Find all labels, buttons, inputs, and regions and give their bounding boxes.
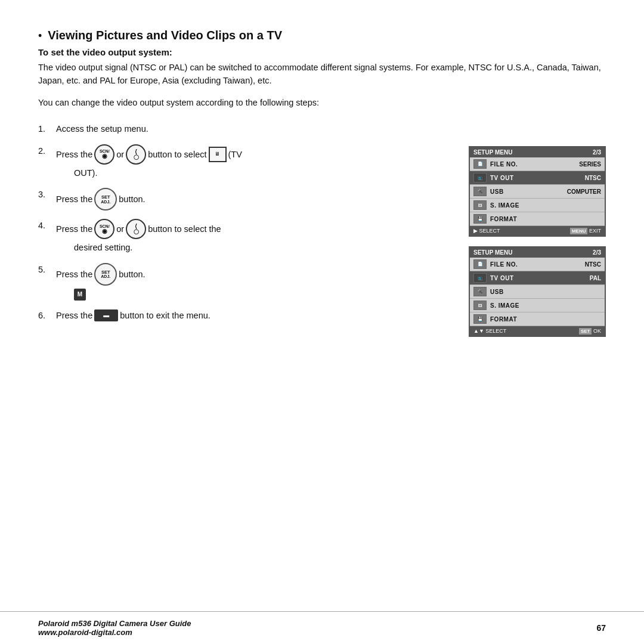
step-3: 3. Press the SET ADJ. button. [38, 188, 457, 210]
step-6-content: Press the ▬ button to exit the menu. [56, 309, 457, 322]
screen-2-format-label: FORMAT [490, 316, 601, 323]
set-adj-button-icon-2: SET ADJ. [94, 263, 117, 286]
step-1-text: Access the setup menu. [56, 122, 148, 135]
screen-1-format-label: FORMAT [490, 216, 601, 222]
screen-2-row-tvout: 📺 TV OUT PAL [470, 271, 605, 285]
menu-wide-button-icon: ▬ [94, 309, 118, 321]
page-footer: Polaroid m536 Digital Camera User Guide … [0, 611, 644, 644]
screen-2-format-icon: 💾 [473, 314, 487, 324]
screen-2-header-page: 2/3 [593, 249, 601, 256]
step-5-num: 5. [38, 263, 56, 276]
step-6-num: 6. [38, 309, 56, 322]
body-text-1: The video output signal (NTSC or PAL) ca… [38, 61, 606, 88]
step-4-content: Press the SCN/ ◉ or ⟨ ◯ butt [56, 219, 457, 254]
screen-1-tvout-value: NTSC [585, 175, 601, 181]
steps-container: 1. Access the setup menu. 2. Press the S… [38, 122, 606, 337]
screen-2-tvout-label: TV OUT [490, 275, 590, 281]
scn-button-icon-2: SCN/ ◉ [94, 219, 114, 239]
screen-2-footer: ▲▼ SELECT SET OK [470, 326, 605, 336]
step-4-setting: desired setting. [56, 241, 457, 254]
footer-brand-block: Polaroid m536 Digital Camera User Guide … [38, 619, 191, 637]
screen-2-fileno-value: NTSC [585, 261, 601, 268]
step-4: 4. Press the SCN/ ◉ or ⟨ ◯ [38, 219, 457, 254]
screen-1-fileno-icon: 📄 [473, 159, 487, 169]
step-2-out: OUT). [56, 166, 457, 179]
scn-button-icon: SCN/ ◉ [94, 144, 114, 165]
screen-2-simage-icon: 🖼 [473, 301, 487, 310]
screen-2-usb-icon: 🔌 [473, 287, 487, 296]
screen-2-fileno-icon: 📄 [473, 259, 487, 269]
screen-1-format-icon: 💾 [473, 214, 487, 224]
screen-1-exit-label: MENU EXIT [570, 228, 601, 234]
screen-1-tvout-label: TV OUT [490, 175, 585, 181]
screen-1-usb-icon: 🔌 [473, 187, 487, 196]
step-4-or: or [116, 222, 124, 236]
step-1-content: Access the setup menu. [56, 122, 457, 135]
screen-2-header: SETUP MENU 2/3 [470, 247, 605, 258]
screen-1-row-format: 💾 FORMAT [470, 212, 605, 226]
step-6-exit: button to exit the menu. [120, 309, 210, 322]
step-2-press: Press the [56, 148, 92, 161]
subtitle: To set the video output system: [38, 47, 606, 57]
step-2-tvout: (TV [228, 148, 242, 161]
tv-out-icon: 🖥 [209, 147, 227, 162]
step-5: 5. Press the SET ADJ. button. M [38, 263, 457, 301]
screens-column: SETUP MENU 2/3 📄 FILE NO. SERIES 📺 TV OU… [469, 146, 606, 337]
screen-mock-2: SETUP MENU 2/3 📄 FILE NO. NTSC 📺 TV OUT … [469, 246, 606, 337]
title-section: • Viewing Pictures and Video Clips on a … [38, 29, 606, 42]
step-2: 2. Press the SCN/ ◉ or ⟨ [38, 144, 457, 179]
screen-1-usb-label: USB [490, 188, 567, 195]
screen-1-simage-icon: 🖼 [473, 200, 487, 210]
screen-2-row-format: 💾 FORMAT [470, 312, 605, 326]
step-5-button: button. [119, 268, 145, 281]
step-3-num: 3. [38, 188, 56, 201]
screen-1-row-tvout: 📺 TV OUT NTSC [470, 171, 605, 185]
step-4-num: 4. [38, 219, 56, 232]
step-3-button: button. [119, 193, 145, 206]
screen-1-row-simage: 🖼 S. IMAGE [470, 199, 605, 212]
screen-1-header-page: 2/3 [593, 149, 601, 156]
screen-1-simage-label: S. IMAGE [490, 202, 601, 209]
screen-1-tvout-icon: 📺 [473, 173, 487, 182]
screen-1-usb-value: COMPUTER [567, 188, 601, 195]
screen-2-row-simage: 🖼 S. IMAGE [470, 299, 605, 312]
screen-2-fileno-label: FILE NO. [490, 261, 585, 268]
screen-2-ok-label: SET OK [579, 328, 601, 334]
screen-1-row-usb: 🔌 USB COMPUTER [470, 185, 605, 199]
step-3-content: Press the SET ADJ. button. [56, 188, 457, 210]
m-indicator-icon: M [74, 289, 86, 301]
screen-1-fileno-value: SERIES [579, 161, 601, 168]
step-1: 1. Access the setup menu. [38, 122, 457, 135]
screen-1-header: SETUP MENU 2/3 [470, 147, 605, 157]
step-2-or: or [116, 148, 124, 161]
page-content: • Viewing Pictures and Video Clips on a … [0, 0, 644, 337]
step-2-num: 2. [38, 144, 56, 157]
screen-1-header-title: SETUP MENU [473, 149, 512, 156]
screen-1-fileno-label: FILE NO. [490, 161, 579, 168]
adj-button-icon-2: ⟨ ◯ [126, 219, 146, 239]
step-3-press: Press the [56, 193, 92, 206]
screen-2-row-fileno: 📄 FILE NO. NTSC [470, 258, 605, 271]
step-2-select: button to select [148, 148, 206, 161]
screen-2-tvout-icon: 📺 [473, 273, 487, 283]
step-5-press: Press the [56, 268, 92, 281]
step-6: 6. Press the ▬ button to exit the menu. [38, 309, 457, 322]
screen-1-select-label: ▶ SELECT [473, 228, 500, 234]
step-5-content: Press the SET ADJ. button. M [56, 263, 457, 301]
screen-1-row-fileno: 📄 FILE NO. SERIES [470, 157, 605, 171]
screen-2-simage-label: S. IMAGE [490, 302, 601, 309]
screen-2-usb-label: USB [490, 289, 601, 295]
screen-2-row-usb: 🔌 USB [470, 285, 605, 299]
set-adj-button-icon: SET ADJ. [94, 188, 117, 210]
footer-brand-name: Polaroid m536 Digital Camera User Guide [38, 619, 191, 628]
footer-brand-url: www.polaroid-digital.com [38, 628, 191, 637]
screen-2-header-title: SETUP MENU [473, 249, 512, 256]
adj-button-icon: ⟨ ◯ [126, 144, 146, 165]
screen-2-tvout-value: PAL [590, 275, 601, 281]
bullet-point: • [38, 30, 42, 42]
screen-2-select-label: ▲▼ SELECT [473, 328, 506, 334]
step-2-content: Press the SCN/ ◉ or ⟨ ◯ [56, 144, 457, 179]
intro-para: You can change the video output system a… [38, 96, 606, 109]
screen-1-footer: ▶ SELECT MENU EXIT [470, 226, 605, 236]
step-4-press: Press the [56, 222, 92, 236]
